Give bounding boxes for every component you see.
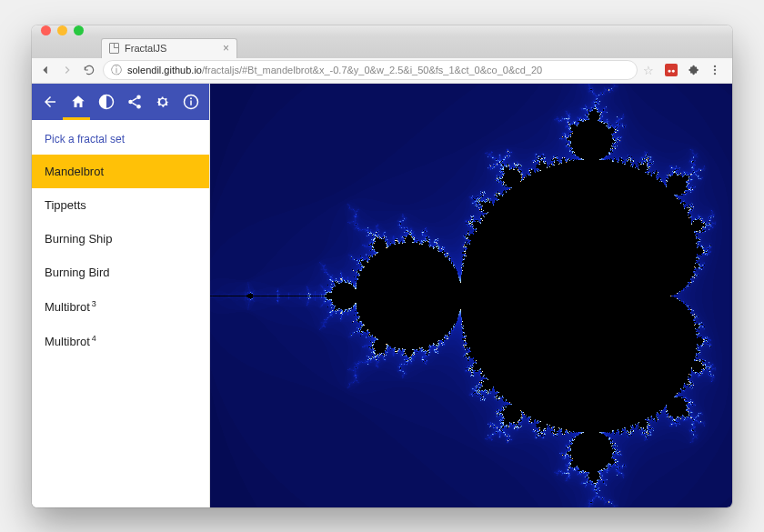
page-icon bbox=[109, 43, 119, 54]
window-zoom-button[interactable] bbox=[74, 25, 84, 35]
fractal-set-item[interactable]: Burning Bird bbox=[32, 256, 209, 289]
address-bar[interactable]: ⓘ solendil.github.io/fractaljs/#Bt_mande… bbox=[103, 60, 638, 80]
svg-point-4 bbox=[136, 95, 141, 99]
svg-point-1 bbox=[714, 69, 716, 71]
browser-toolbar: ⓘ solendil.github.io/fractaljs/#Bt_mande… bbox=[32, 58, 732, 84]
traffic-lights bbox=[41, 25, 84, 35]
fractal-set-item[interactable]: Tippetts bbox=[32, 188, 209, 222]
extension-icon[interactable]: ●● bbox=[665, 64, 678, 76]
nav-forward-button[interactable] bbox=[59, 62, 75, 78]
svg-point-0 bbox=[714, 65, 716, 67]
home-icon[interactable] bbox=[64, 84, 92, 120]
fractal-set-item[interactable]: Mandelbrot bbox=[32, 155, 209, 188]
svg-point-9 bbox=[190, 97, 192, 99]
url-path: /fractaljs/#Bt_mandelbrot&x_-0.7&y_0&w_2… bbox=[202, 65, 542, 75]
fractal-set-item[interactable]: Burning Ship bbox=[32, 222, 209, 256]
contrast-icon[interactable] bbox=[92, 84, 120, 120]
close-tab-icon[interactable]: × bbox=[223, 43, 229, 54]
nav-back-button[interactable] bbox=[37, 62, 54, 78]
svg-rect-8 bbox=[191, 100, 193, 105]
active-tab-underline bbox=[63, 117, 90, 120]
window-titlebar bbox=[32, 25, 732, 36]
site-info-icon[interactable]: ⓘ bbox=[111, 63, 122, 78]
svg-point-6 bbox=[136, 105, 141, 109]
tab-strip: FractalJS × bbox=[32, 36, 732, 58]
bookmark-star-icon[interactable]: ☆ bbox=[643, 64, 654, 77]
gear-icon[interactable] bbox=[149, 84, 177, 120]
window-close-button[interactable] bbox=[41, 25, 51, 35]
fractal-set-item[interactable]: Multibrot3 bbox=[32, 289, 209, 324]
fractal-canvas[interactable] bbox=[210, 84, 732, 507]
reload-button[interactable] bbox=[81, 62, 97, 78]
browser-window: FractalJS × ⓘ solendil.github.io/fractal… bbox=[32, 25, 732, 507]
pick-fractal-label: Pick a fractal set bbox=[32, 120, 209, 155]
fractal-set-list: MandelbrotTippettsBurning ShipBurning Bi… bbox=[32, 155, 209, 359]
puzzle-icon[interactable] bbox=[687, 64, 699, 76]
fractal-set-item[interactable]: Multibrot4 bbox=[32, 324, 209, 358]
info-icon[interactable] bbox=[177, 84, 206, 120]
toolbar-right-icons: ●● bbox=[659, 64, 727, 76]
url-host: solendil.github.io bbox=[127, 65, 202, 75]
sidebar: Pick a fractal set MandelbrotTippettsBur… bbox=[32, 84, 210, 507]
menu-icon[interactable] bbox=[709, 64, 721, 76]
window-minimize-button[interactable] bbox=[57, 25, 67, 35]
fractal-canvas-pane[interactable] bbox=[210, 84, 732, 507]
svg-point-2 bbox=[714, 73, 716, 75]
app-content: Pick a fractal set MandelbrotTippettsBur… bbox=[32, 84, 732, 507]
svg-point-5 bbox=[128, 99, 133, 104]
sidebar-toolbar bbox=[32, 84, 209, 120]
sidebar-back-button[interactable] bbox=[35, 84, 64, 120]
browser-tab[interactable]: FractalJS × bbox=[101, 38, 237, 58]
share-icon[interactable] bbox=[121, 84, 149, 120]
tab-title: FractalJS bbox=[125, 43, 166, 54]
